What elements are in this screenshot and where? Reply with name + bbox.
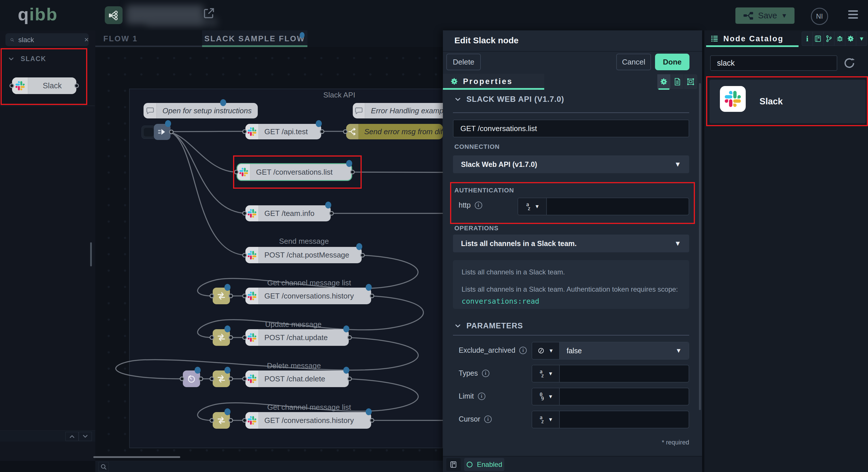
node-input-port[interactable] [242, 418, 247, 423]
type-select-string[interactable]: a z▼ [518, 198, 547, 215]
type-select-number[interactable]: 0 9▼ [532, 388, 560, 405]
canvas-search-button[interactable] [98, 462, 109, 471]
info-icon[interactable]: i [478, 393, 485, 400]
node-conversations-list[interactable]: GET /conversations.list [237, 164, 352, 180]
node-chat-delete[interactable]: POST /chat.delete [245, 370, 349, 387]
catalog-result-slack[interactable]: Slack [710, 80, 866, 123]
expand-all-button[interactable] [79, 432, 92, 441]
tab-node-catalog[interactable]: Node Catalog [706, 30, 799, 47]
flow-canvas[interactable]: Slack API Open for setup instructions Er… [95, 47, 443, 461]
palette-node-slack[interactable]: Slack [12, 77, 76, 94]
node-input-port[interactable] [210, 294, 214, 298]
panel-scrollbar[interactable] [699, 83, 701, 410]
info-icon[interactable]: i [482, 370, 489, 377]
node-output-port[interactable] [370, 294, 374, 298]
node-api-test[interactable]: GET /api.test [245, 124, 321, 139]
save-button[interactable]: Save ▼ [735, 7, 795, 24]
node-output-port[interactable] [320, 129, 324, 134]
caret-down-icon[interactable]: ▼ [856, 32, 867, 45]
node-change-2[interactable] [213, 329, 230, 346]
node-input-port[interactable] [242, 335, 247, 340]
branch-icon[interactable] [824, 32, 835, 45]
node-change-1[interactable] [213, 288, 230, 304]
canvas-horizontal-scrollbar[interactable] [93, 456, 180, 458]
node-input-port[interactable] [242, 376, 247, 381]
node-input-port[interactable] [242, 294, 247, 298]
node-output-port[interactable] [228, 335, 233, 340]
node-input-port[interactable] [343, 129, 348, 134]
node-output-port[interactable] [228, 418, 233, 423]
node-output-port[interactable] [329, 211, 334, 216]
node-conversations-history-1[interactable]: GET /conversations.history [245, 288, 371, 304]
book-icon[interactable] [813, 32, 824, 45]
refresh-icon[interactable] [843, 57, 856, 69]
node-input-port[interactable] [180, 376, 184, 381]
cancel-button[interactable]: Cancel [616, 54, 651, 70]
node-output-port[interactable] [198, 376, 203, 381]
connection-select[interactable]: Slack Web API (v1.7.0) ▼ [453, 156, 689, 173]
param-exclude-archived-value[interactable]: false ▼ [560, 342, 689, 359]
node-output-port[interactable] [350, 170, 355, 174]
node-output-port[interactable] [370, 418, 374, 423]
comment-node-setup[interactable]: Open for setup instructions [144, 103, 258, 119]
node-send-error-switch[interactable]: Send error msg from dif [346, 124, 443, 139]
info-icon[interactable]: i [802, 32, 813, 45]
param-types-input[interactable] [560, 365, 689, 382]
properties-gear-icon[interactable] [657, 74, 671, 89]
node-output-port[interactable] [360, 253, 365, 258]
section-slack-web-api[interactable]: SLACK WEB API (V1.7.0) [454, 95, 564, 104]
param-cursor-input[interactable] [560, 411, 689, 428]
enabled-toggle[interactable]: Enabled [464, 458, 504, 471]
delete-button[interactable]: Delete [446, 54, 481, 70]
external-link-icon[interactable] [203, 7, 215, 20]
save-caret-down-icon[interactable]: ▼ [781, 12, 787, 20]
tab-properties[interactable]: Properties [443, 74, 544, 89]
node-change-4[interactable] [213, 412, 230, 429]
bug-icon[interactable] [834, 32, 845, 45]
node-chat-postmessage[interactable]: POST /chat.postMessage [245, 247, 362, 263]
param-limit-input[interactable] [560, 388, 689, 405]
comment-node-error-handling[interactable]: Error Handling example [353, 103, 451, 119]
node-output-port[interactable] [347, 376, 352, 381]
node-input-port[interactable] [242, 253, 247, 258]
node-input-port[interactable] [234, 170, 239, 174]
node-output-port[interactable] [228, 294, 233, 298]
palette-search-input[interactable] [19, 36, 73, 44]
docs-book-icon[interactable] [446, 458, 461, 471]
node-delay[interactable] [183, 370, 200, 387]
node-input-port[interactable] [210, 376, 214, 381]
catalog-search-input[interactable] [711, 59, 837, 68]
node-input-port[interactable] [9, 83, 14, 88]
node-change-3[interactable] [213, 370, 230, 387]
type-select-string[interactable]: a z▼ [532, 365, 560, 382]
description-document-icon[interactable] [671, 74, 684, 89]
node-input-port[interactable] [242, 211, 247, 216]
inject-node[interactable] [154, 124, 170, 140]
hamburger-menu-icon[interactable] [848, 10, 858, 21]
operation-select[interactable]: Lists all channels in a Slack team. ▼ [453, 235, 689, 252]
info-icon[interactable]: i [475, 202, 482, 209]
node-name-input[interactable] [453, 120, 689, 137]
collapse-all-button[interactable] [65, 432, 79, 441]
node-team-info[interactable]: GET /team.info [245, 205, 331, 222]
node-input-port[interactable] [210, 418, 214, 423]
tab-flow-1[interactable]: FLOW 1 [95, 30, 202, 47]
node-output-port[interactable] [347, 335, 352, 340]
info-icon[interactable]: i [484, 415, 492, 423]
type-select-string[interactable]: a z▼ [532, 411, 560, 428]
node-output-port[interactable] [169, 130, 174, 134]
node-input-port[interactable] [242, 129, 247, 134]
palette-search[interactable]: × [5, 33, 89, 46]
clear-search-icon[interactable]: × [84, 35, 89, 44]
node-chat-update[interactable]: POST /chat.update [245, 329, 349, 346]
node-output-port[interactable] [74, 83, 79, 88]
node-conversations-history-2[interactable]: GET /conversations.history [245, 412, 371, 429]
node-input-port[interactable] [210, 335, 214, 340]
type-select-bool[interactable]: ▼ [532, 342, 560, 359]
appearance-box-select-icon[interactable] [684, 74, 697, 89]
auth-http-input[interactable] [547, 198, 689, 215]
avatar[interactable]: NI [811, 8, 828, 25]
node-output-port[interactable] [228, 376, 233, 381]
gear-icon[interactable] [845, 32, 856, 45]
info-icon[interactable]: i [519, 347, 527, 354]
